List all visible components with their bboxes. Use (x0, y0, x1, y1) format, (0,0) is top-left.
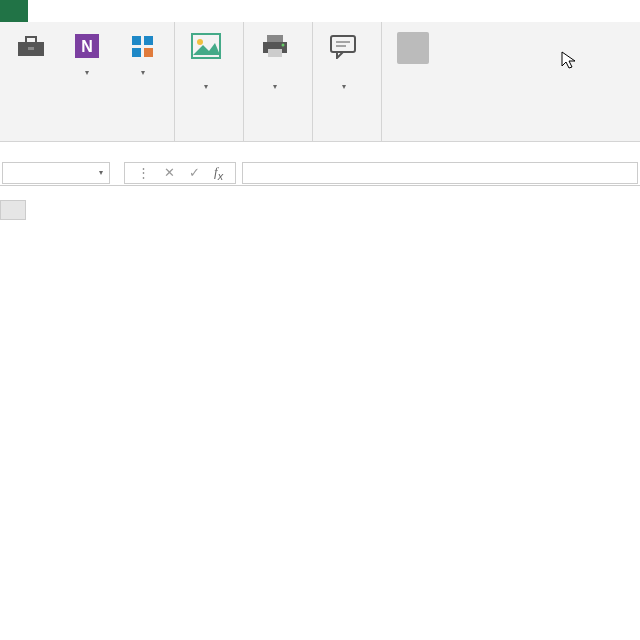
chevron-down-icon: ▾ (99, 168, 103, 177)
formula-bar-row: ▾ ⋮ ✕ ✓ fx (0, 160, 640, 186)
image-button[interactable]: ▾ (181, 26, 231, 94)
select-all-corner[interactable] (0, 200, 26, 220)
fx-buttons: ⋮ ✕ ✓ fx (124, 162, 236, 184)
image-label: ▾ (204, 64, 208, 94)
svg-rect-2 (28, 47, 34, 50)
picture-icon (190, 30, 222, 62)
ribbon: N ▾ ▾ ▾ (0, 22, 640, 142)
formula-bar[interactable] (242, 162, 638, 184)
svg-rect-8 (144, 48, 153, 57)
group-name (382, 22, 444, 141)
name-box[interactable]: ▾ (2, 162, 110, 184)
svg-rect-7 (132, 48, 141, 57)
person-icon (397, 30, 429, 62)
svg-point-10 (197, 39, 203, 45)
group-inbox: N ▾ ▾ (0, 22, 175, 141)
name-button[interactable] (388, 26, 438, 64)
personal-label: ▾ (85, 64, 89, 80)
cancel-icon[interactable]: ✕ (164, 165, 175, 180)
comment-icon (328, 30, 360, 62)
svg-rect-6 (144, 36, 153, 45)
enter-icon[interactable]: ✓ (189, 165, 200, 180)
svg-point-14 (282, 44, 285, 47)
group-print: ▾ (244, 22, 313, 141)
inbox-button[interactable] (6, 26, 56, 64)
group-print-label (250, 137, 306, 139)
svg-rect-1 (26, 37, 36, 43)
print-label: ▾ (273, 64, 277, 94)
svg-rect-13 (268, 49, 282, 57)
onenote-icon: N (71, 30, 103, 62)
group-comment: ▾ (313, 22, 382, 141)
svg-rect-15 (331, 36, 355, 52)
tab-file[interactable] (0, 0, 28, 22)
svg-rect-5 (132, 36, 141, 45)
group-name-label (388, 137, 438, 139)
group-inbox-label (6, 137, 168, 139)
briefcase-icon (15, 30, 47, 62)
menu-tabs (0, 0, 640, 22)
personal-button[interactable]: N ▾ (62, 26, 112, 80)
svg-text:N: N (81, 38, 93, 55)
svg-rect-11 (267, 35, 283, 42)
print-button[interactable]: ▾ (250, 26, 300, 94)
locate-button[interactable]: ▾ (118, 26, 168, 80)
printer-icon (259, 30, 291, 62)
divider-icon: ⋮ (137, 165, 150, 180)
locate-label: ▾ (141, 64, 145, 80)
comment-button[interactable]: ▾ (319, 26, 369, 94)
group-image: ▾ (175, 22, 244, 141)
spreadsheet-grid[interactable] (0, 200, 640, 220)
fx-icon[interactable]: fx (214, 164, 223, 182)
locate-icon (127, 30, 159, 62)
group-comment-label (319, 137, 375, 139)
comment-label: ▾ (342, 64, 346, 94)
group-image-label (181, 137, 237, 139)
